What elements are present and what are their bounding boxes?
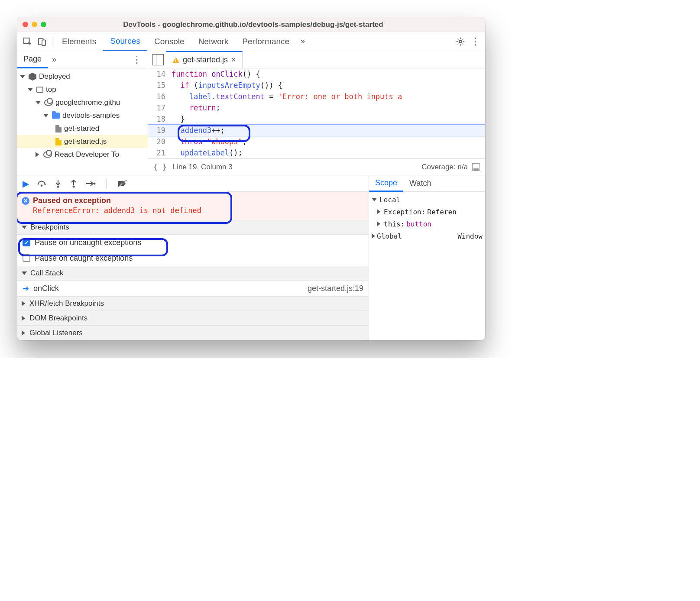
callstack-frame[interactable]: ➔ onClick get-started.js:19 [17, 281, 369, 296]
line-number[interactable]: 16 [148, 91, 172, 102]
chevron-down-icon [22, 226, 27, 229]
frame-icon [36, 87, 43, 93]
tree-label: googlechrome.githu [55, 98, 120, 107]
svg-point-3 [459, 40, 462, 43]
coverage-toggle-icon[interactable] [472, 163, 480, 171]
pause-error: ReferenceError: addend3 is not defined [33, 206, 363, 215]
scope-tab-watch[interactable]: Watch [403, 175, 437, 191]
chevron-right-icon [377, 209, 380, 214]
file-tab-label: get-started.js [183, 55, 228, 65]
navigator-more-icon[interactable]: » [48, 55, 61, 64]
tree-file-js[interactable]: get-started.js [17, 135, 148, 148]
step-out-icon[interactable] [70, 179, 78, 188]
code-line-18[interactable]: 18 } [148, 113, 485, 125]
tree-label: devtools-samples [62, 111, 120, 120]
deployed-icon [29, 73, 36, 81]
code-line-17[interactable]: 17 return; [148, 102, 485, 113]
code-line-21[interactable]: 21 updateLabel(); [148, 147, 485, 158]
debugger-toolbar: ▶ [17, 175, 369, 192]
tab-elements[interactable]: Elements [55, 32, 103, 51]
deactivate-breakpoints-icon[interactable] [117, 179, 127, 188]
resume-icon[interactable]: ▶ [23, 178, 29, 189]
pretty-print-icon[interactable]: { } [153, 163, 167, 171]
tree-origin[interactable]: googlechrome.githu [17, 96, 148, 109]
scope-global[interactable]: Global Window [369, 230, 485, 242]
scope-panel: Scope Watch Local Exception: Referen thi… [369, 175, 485, 340]
pause-banner: ✕ Paused on exception ReferenceError: ad… [17, 192, 369, 220]
tree-file-html[interactable]: get-started [17, 122, 148, 135]
tab-console[interactable]: Console [147, 32, 191, 51]
tab-network[interactable]: Network [191, 32, 236, 51]
file-tree: Deployed top googlechrome.githu devtools… [17, 68, 148, 163]
line-number[interactable]: 14 [148, 68, 172, 80]
device-toolbar-icon[interactable] [35, 34, 49, 49]
frame-location: get-started.js:19 [308, 284, 363, 293]
code-editor[interactable]: 14function onClick() {15 if (inputsAreEm… [148, 68, 485, 175]
cloud-icon [44, 100, 53, 106]
line-number[interactable]: 21 [148, 147, 172, 158]
chevron-right-icon [36, 152, 39, 157]
line-content: return; [172, 102, 485, 113]
settings-gear-icon[interactable] [453, 34, 468, 49]
step-over-icon[interactable] [37, 180, 46, 187]
line-number[interactable]: 15 [148, 80, 172, 91]
scope-tree: Local Exception: Referen this: button Gl… [369, 192, 485, 244]
more-tabs-icon[interactable]: » [296, 37, 309, 46]
scope-exception[interactable]: Exception: Referen [369, 206, 485, 218]
navigator-menu-icon[interactable]: ⋮ [126, 54, 148, 65]
line-number[interactable]: 19 [148, 125, 172, 136]
more-menu-icon[interactable]: ⋮ [468, 34, 483, 49]
chevron-right-icon [22, 330, 25, 336]
tree-react-ext[interactable]: React Developer To [17, 148, 148, 161]
js-file-icon [55, 138, 62, 145]
window-title: DevTools - googlechrome.github.io/devtoo… [52, 20, 454, 29]
code-line-15[interactable]: 15 if (inputsAreEmpty()) { [148, 80, 485, 91]
tree-top[interactable]: top [17, 83, 148, 96]
section-xhr-breakpoints[interactable]: XHR/fetch Breakpoints [17, 296, 369, 311]
scope-tab-scope[interactable]: Scope [369, 175, 403, 192]
scope-this[interactable]: this: button [369, 218, 485, 230]
step-into-icon[interactable] [54, 179, 62, 188]
chevron-right-icon [372, 233, 375, 239]
section-breakpoints[interactable]: Breakpoints [17, 220, 369, 235]
file-tab-get-started-js[interactable]: get-started.js × [166, 51, 243, 68]
line-number[interactable]: 20 [148, 136, 172, 147]
error-badge-icon: ✕ [22, 197, 29, 205]
close-file-icon[interactable]: × [231, 55, 236, 65]
tree-label: React Developer To [55, 150, 119, 159]
code-line-20[interactable]: 20 throw "whoops"; [148, 136, 485, 147]
warning-icon [172, 57, 179, 63]
line-number[interactable]: 18 [148, 113, 172, 125]
divider [106, 179, 107, 188]
scope-local[interactable]: Local [369, 194, 485, 206]
editor-tabs: get-started.js × [148, 51, 485, 68]
pause-caught-checkbox[interactable]: Pause on caught exceptions [17, 250, 369, 266]
minimize-window-icon[interactable] [32, 22, 37, 27]
tab-performance[interactable]: Performance [235, 32, 296, 51]
code-line-16[interactable]: 16 label.textContent = 'Error: one or bo… [148, 91, 485, 102]
svg-point-6 [73, 185, 75, 187]
navigator-tab-page[interactable]: Page [17, 52, 48, 68]
pause-uncaught-checkbox[interactable]: ✓ Pause on uncaught exceptions [17, 235, 369, 250]
tree-folder[interactable]: devtools-samples [17, 109, 148, 122]
tree-deployed[interactable]: Deployed [17, 70, 148, 83]
checkbox-label: Pause on uncaught exceptions [35, 238, 141, 247]
chevron-down-icon [36, 101, 41, 104]
pause-title: Paused on exception [33, 196, 363, 205]
code-line-14[interactable]: 14function onClick() { [148, 68, 485, 80]
toggle-navigator-icon[interactable] [148, 54, 166, 65]
tab-sources[interactable]: Sources [103, 32, 147, 51]
section-callstack[interactable]: Call Stack [17, 266, 369, 281]
code-line-19[interactable]: 19 addend3++; [148, 125, 485, 136]
cloud-icon [43, 152, 52, 158]
step-icon[interactable] [85, 180, 96, 187]
section-global-listeners[interactable]: Global Listeners [17, 326, 369, 340]
debugger-panel: ▶ ✕ Paused on e [17, 175, 485, 340]
section-dom-breakpoints[interactable]: DOM Breakpoints [17, 311, 369, 326]
line-number[interactable]: 17 [148, 102, 172, 113]
select-element-icon[interactable] [20, 34, 35, 49]
section-label: Global Listeners [29, 329, 83, 337]
chevron-right-icon [22, 301, 25, 306]
close-window-icon[interactable] [23, 22, 28, 27]
zoom-window-icon[interactable] [41, 22, 46, 27]
